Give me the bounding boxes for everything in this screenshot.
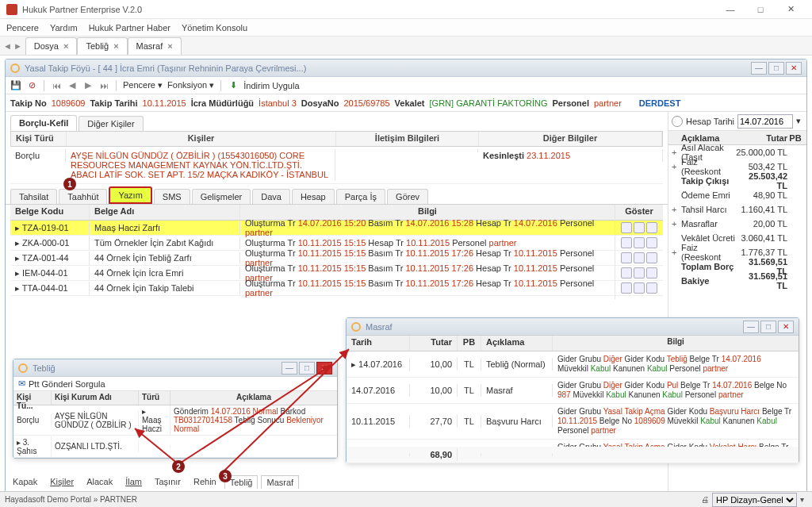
last-icon[interactable]: ⏭ xyxy=(98,80,109,91)
mtab-yazim[interactable]: Yazım xyxy=(109,186,151,204)
btab-masraf[interactable]: Masraf xyxy=(261,475,299,489)
masraf-title: Masraf xyxy=(366,322,393,332)
doctab-teblig[interactable]: Tebliğ× xyxy=(77,37,127,55)
teblig-row[interactable]: BorçluAYŞE NİLGÜN GÜNDÜZ ( ÖZBİLİR )▸ Ma… xyxy=(13,405,337,436)
doctab-masraf[interactable]: Masraf× xyxy=(128,37,182,55)
close-button[interactable]: ✕ xyxy=(776,1,806,18)
person-icon[interactable] xyxy=(621,237,632,248)
yazim-row[interactable]: ▸ TTA-044-0144 Örnek İçin Takip TalebiOl… xyxy=(10,281,663,296)
icra-value: İstanbul 3 xyxy=(259,98,297,108)
toolbar-fonksiyon[interactable]: Fonksiyon ▾ xyxy=(167,80,214,90)
masraf-row[interactable]: 10.11.201527,70TLBaşvuru HarcıGider Grub… xyxy=(347,404,799,440)
person-icon[interactable] xyxy=(621,222,632,233)
cancel-icon[interactable]: ⊘ xyxy=(26,80,37,91)
menu-pencere[interactable]: Pencere xyxy=(6,23,39,33)
doc-icon[interactable] xyxy=(634,267,645,278)
doc-icon[interactable] xyxy=(634,252,645,263)
print-icon[interactable] xyxy=(646,252,657,263)
yazim-row[interactable]: ▸ TZA-019-01Maaş Haczi ZarfıOluşturma Tr… xyxy=(10,221,663,236)
print-icon[interactable] xyxy=(646,222,657,233)
masraf-row[interactable]: ▸ 14.07.201610,00TLTebliğ (Normal)Gider … xyxy=(347,351,799,378)
menu-haber[interactable]: Hukuk Partner Haber xyxy=(89,23,170,33)
print-icon[interactable] xyxy=(646,237,657,248)
panel-min-icon[interactable]: ― xyxy=(282,362,297,374)
dropdown-icon[interactable]: ▾ xyxy=(796,116,801,126)
mtab-taahhut[interactable]: Taahhüt xyxy=(59,189,107,204)
close-icon[interactable]: × xyxy=(167,41,172,51)
next-icon[interactable]: ▶ xyxy=(82,80,94,91)
doc-icon[interactable] xyxy=(634,282,645,294)
hesap-tarihi-input[interactable] xyxy=(737,114,793,129)
takiptarihi-value: 10.11.2015 xyxy=(143,98,186,108)
col-diger: Diğer Bilgiler xyxy=(479,132,662,146)
vekalet-value: [GRN] GARANTİ FAKTORİNG xyxy=(430,98,548,108)
mtab-parcais[interactable]: Parça İş xyxy=(336,189,385,204)
bottom-tabs: Kapak Kişiler Alacak İlam Taşınır Rehin … xyxy=(8,474,299,490)
dizayn-select[interactable]: HP Dizayn-Genel xyxy=(712,493,797,507)
btab-kisiler[interactable]: Kişiler xyxy=(45,475,79,488)
hesap-tarihi-label: Hesap Tarihi xyxy=(686,117,734,126)
takipno-label: Takip No xyxy=(10,98,47,108)
btab-kapak[interactable]: Kapak xyxy=(8,475,42,488)
masraf-row[interactable]: 10.11.20154,10TLVekalet HarcıGider Grubu… xyxy=(347,440,799,447)
teblig-row[interactable]: ▸ 3. ŞahısÖZŞANLI LTD.ŞTİ. xyxy=(13,436,337,458)
takiptarihi-label: Takip Tarihi xyxy=(90,98,137,108)
nav-fwd-icon[interactable]: ► xyxy=(13,41,22,51)
close-icon[interactable]: × xyxy=(113,41,118,51)
subwin-max-icon[interactable]: □ xyxy=(768,62,784,75)
app-icon xyxy=(6,4,17,15)
btab-rehin[interactable]: Rehin xyxy=(189,475,221,488)
tab-borclu-kefil[interactable]: Borçlu-Kefil xyxy=(10,115,77,131)
hesap-row: +Masraflar20,00 TL xyxy=(668,217,806,231)
panel-close-icon[interactable]: ✕ xyxy=(316,362,332,374)
dropdown-icon[interactable]: ▾ xyxy=(800,495,804,504)
doc-icon[interactable] xyxy=(634,222,645,233)
mtab-gorev[interactable]: Görev xyxy=(387,189,428,204)
panel-max-icon[interactable]: □ xyxy=(760,321,776,333)
save-icon[interactable]: 💾 xyxy=(10,80,21,91)
masraf-row[interactable]: 14.07.201610,00TLMasrafGider Grubu Diğer… xyxy=(347,378,799,404)
minimize-button[interactable]: ― xyxy=(715,1,745,18)
menu-yardim[interactable]: Yardım xyxy=(50,23,78,33)
col-kisituru: Kişi Türü xyxy=(11,132,67,146)
tab-diger-kisiler[interactable]: Diğer Kişiler xyxy=(79,116,143,131)
panel-min-icon[interactable]: ― xyxy=(743,321,759,333)
gear-icon xyxy=(18,363,28,373)
panel-max-icon[interactable]: □ xyxy=(299,362,315,374)
mtab-hesap[interactable]: Hesap xyxy=(292,189,335,204)
maximize-button[interactable]: □ xyxy=(745,1,776,18)
menu-yonetim[interactable]: Yönetim Konsolu xyxy=(182,23,247,33)
first-icon[interactable]: ⏮ xyxy=(51,80,62,91)
mtab-gelismeler[interactable]: Gelişmeler xyxy=(192,189,251,204)
nav-back-icon[interactable]: ◄ xyxy=(3,41,12,51)
btab-alacak[interactable]: Alacak xyxy=(82,475,117,488)
ptt-icon: ✉ xyxy=(18,378,25,389)
search-icon[interactable] xyxy=(672,116,683,127)
toolbar-pencere[interactable]: Pencere ▾ xyxy=(123,80,163,90)
print-icon[interactable] xyxy=(646,267,657,278)
borclu-diger: Kesinleşti 23.11.2015 xyxy=(478,149,663,162)
subwin-min-icon[interactable]: ― xyxy=(751,62,767,75)
doctab-dosya[interactable]: Dosya× xyxy=(25,37,78,55)
app-title: Hukuk Partner Enterprise V.2.0 xyxy=(22,5,715,14)
panel-close-icon[interactable]: ✕ xyxy=(778,321,794,333)
subwin-close-icon[interactable]: ✕ xyxy=(786,62,802,75)
menubar: Pencere Yardım Hukuk Partner Haber Yönet… xyxy=(0,19,812,36)
btab-tasinir[interactable]: Taşınır xyxy=(150,475,186,488)
hesap-row: Bakiye31.569,51 TL xyxy=(668,274,806,288)
doc-icon[interactable] xyxy=(634,237,645,248)
mtab-tahsilat[interactable]: Tahsilat xyxy=(10,189,57,204)
toolbar-indirim[interactable]: İndirim Uygula xyxy=(243,81,299,90)
mtab-dava[interactable]: Dava xyxy=(252,189,290,204)
mtab-sms[interactable]: SMS xyxy=(154,189,190,204)
person-icon[interactable] xyxy=(621,267,632,278)
btab-ilam[interactable]: İlam xyxy=(121,475,147,488)
prev-icon[interactable]: ◀ xyxy=(67,80,78,91)
person-icon[interactable] xyxy=(621,282,632,294)
person-icon[interactable] xyxy=(621,252,632,263)
printer-icon[interactable]: 🖨 xyxy=(701,495,709,504)
gear-icon xyxy=(351,322,361,332)
close-icon[interactable]: × xyxy=(63,41,68,51)
ptt-link[interactable]: Ptt Gönderi Sorgula xyxy=(29,379,105,389)
print-icon[interactable] xyxy=(646,282,657,294)
